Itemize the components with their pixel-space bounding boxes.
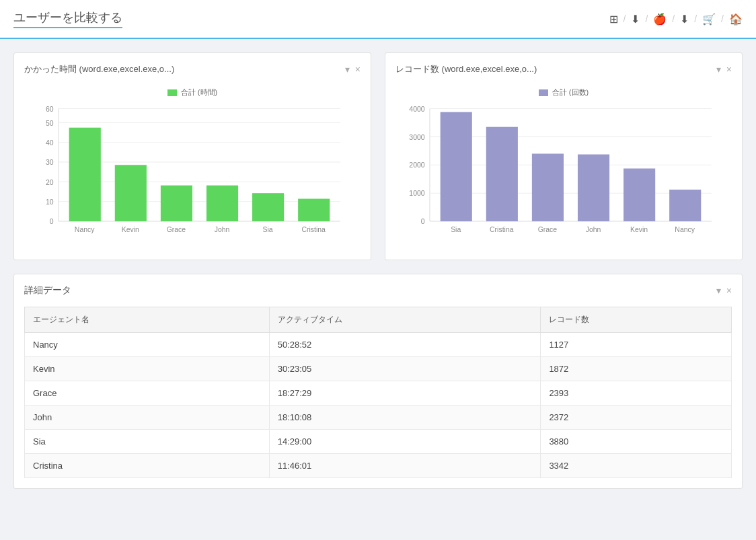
download2-icon[interactable]: ⬇ xyxy=(680,13,689,26)
svg-text:10: 10 xyxy=(46,198,54,206)
table-row: Sia14:29:003880 xyxy=(25,430,732,454)
home-icon[interactable]: 🏠 xyxy=(729,13,743,26)
svg-text:Grace: Grace xyxy=(167,226,186,233)
bar2-sia xyxy=(441,112,472,221)
chart2-legend-label: 合計 (回数) xyxy=(552,87,589,98)
svg-text:John: John xyxy=(586,226,601,233)
cell-records: 1872 xyxy=(541,357,732,381)
chart1-legend-label: 合計 (時間) xyxy=(181,87,217,98)
svg-text:John: John xyxy=(215,226,230,233)
chart1-card: かかった時間 (word.exe,excel.exe,o...) ▾ × 合計 … xyxy=(13,52,371,260)
chart2-legend: 合計 (回数) xyxy=(395,87,732,98)
chart1-legend-box xyxy=(167,89,177,96)
cell-active_time: 14:29:00 xyxy=(269,430,541,454)
header: ユーザーを比較する ⊞ / ⬇ / 🍎 / ⬇ / 🛒 / 🏠 xyxy=(0,0,756,39)
svg-text:Nancy: Nancy xyxy=(675,226,695,233)
cell-records: 3880 xyxy=(541,430,732,454)
bar-john xyxy=(206,186,238,221)
table-row: Grace18:27:292393 xyxy=(25,381,732,406)
cell-active_time: 18:27:29 xyxy=(269,381,541,406)
app-container: ユーザーを比較する ⊞ / ⬇ / 🍎 / ⬇ / 🛒 / 🏠 かかった時間 (… xyxy=(0,0,756,502)
cell-records: 1127 xyxy=(541,333,732,357)
svg-text:30: 30 xyxy=(46,159,54,166)
detail-header: 詳細データ ▾ × xyxy=(24,284,732,297)
col-agent-name: エージェント名 xyxy=(25,307,270,333)
detail-card: 詳細データ ▾ × エージェント名 アクティブタイム レコード数 Nancy50… xyxy=(13,274,743,489)
detail-actions: ▾ × xyxy=(716,285,732,296)
table-row: Nancy50:28:521127 xyxy=(25,333,732,357)
detail-title: 詳細データ xyxy=(24,284,71,297)
windows-icon[interactable]: ⊞ xyxy=(609,13,618,26)
page-title: ユーザーを比較する xyxy=(13,9,122,28)
svg-text:4000: 4000 xyxy=(409,106,424,113)
chart2-actions: ▾ × xyxy=(716,64,732,75)
detail-minimize[interactable]: ▾ xyxy=(716,285,721,296)
header-icons: ⊞ / ⬇ / 🍎 / ⬇ / 🛒 / 🏠 xyxy=(609,13,743,26)
svg-text:0: 0 xyxy=(50,218,54,225)
chart2-container: 0 1000 2000 3000 4000 Sia Cristina xyxy=(395,102,732,249)
svg-text:Grace: Grace xyxy=(538,226,558,233)
detail-close[interactable]: × xyxy=(726,285,732,296)
download-icon[interactable]: ⬇ xyxy=(631,13,640,26)
chart1-actions: ▾ × xyxy=(345,64,361,75)
bar-nancy xyxy=(69,128,101,221)
cell-active_time: 50:28:52 xyxy=(269,333,541,357)
table-row: Cristina11:46:013342 xyxy=(25,454,732,478)
bar2-nancy xyxy=(669,190,701,221)
cell-name: Nancy xyxy=(25,333,270,357)
chart1-legend: 合計 (時間) xyxy=(24,87,361,98)
bar-sia xyxy=(252,193,284,221)
chart2-legend-box xyxy=(539,89,548,96)
cell-name: Grace xyxy=(25,381,270,406)
col-active-time: アクティブタイム xyxy=(269,307,541,333)
chart1-title: かかった時間 (word.exe,excel.exe,o...) xyxy=(24,63,174,75)
svg-text:3000: 3000 xyxy=(409,134,424,141)
chart2-card: レコード数 (word.exe,excel.exe,o...) ▾ × 合計 (… xyxy=(385,52,743,260)
charts-row: かかった時間 (word.exe,excel.exe,o...) ▾ × 合計 … xyxy=(13,52,743,260)
chart1-minimize[interactable]: ▾ xyxy=(345,64,350,75)
chart2-minimize[interactable]: ▾ xyxy=(716,64,721,75)
cell-name: Kevin xyxy=(25,357,270,381)
svg-text:50: 50 xyxy=(46,120,54,127)
svg-text:Cristina: Cristina xyxy=(490,226,514,233)
cell-name: Sia xyxy=(25,430,270,454)
bar2-kevin xyxy=(623,169,655,222)
cell-records: 2393 xyxy=(541,381,732,406)
table-row: Kevin30:23:051872 xyxy=(25,357,732,381)
svg-text:2000: 2000 xyxy=(409,161,424,169)
svg-text:Kevin: Kevin xyxy=(122,226,139,233)
cell-name: Cristina xyxy=(25,454,270,478)
chart2-svg: 0 1000 2000 3000 4000 Sia Cristina xyxy=(395,102,732,249)
cell-active_time: 18:10:08 xyxy=(269,406,541,430)
cell-active_time: 11:46:01 xyxy=(269,454,541,478)
col-records: レコード数 xyxy=(541,307,732,333)
svg-text:40: 40 xyxy=(46,139,54,147)
svg-text:0: 0 xyxy=(421,218,425,225)
bar2-john xyxy=(578,155,609,222)
chart1-header: かかった時間 (word.exe,excel.exe,o...) ▾ × xyxy=(24,63,361,81)
chart2-header: レコード数 (word.exe,excel.exe,o...) ▾ × xyxy=(395,63,732,81)
bar-kevin xyxy=(115,165,147,221)
bar2-grace xyxy=(532,154,564,222)
bar-cristina xyxy=(298,199,330,222)
svg-text:Kevin: Kevin xyxy=(630,226,648,233)
chart1-svg: 0 10 20 30 40 50 60 Nancy xyxy=(24,102,361,249)
bar-grace xyxy=(161,186,192,221)
chart1-close[interactable]: × xyxy=(355,64,361,75)
cell-records: 2372 xyxy=(541,406,732,430)
svg-text:20: 20 xyxy=(46,179,54,186)
cart-icon[interactable]: 🛒 xyxy=(702,13,716,26)
cell-name: John xyxy=(25,406,270,430)
chart2-title: レコード数 (word.exe,excel.exe,o...) xyxy=(395,63,537,75)
cell-records: 3342 xyxy=(541,454,732,478)
svg-text:Sia: Sia xyxy=(263,226,273,233)
chart1-container: 0 10 20 30 40 50 60 Nancy xyxy=(24,102,361,249)
chart2-close[interactable]: × xyxy=(726,64,732,75)
svg-text:60: 60 xyxy=(46,106,54,113)
svg-text:Nancy: Nancy xyxy=(75,226,95,233)
svg-text:1000: 1000 xyxy=(409,190,424,197)
svg-text:Sia: Sia xyxy=(451,226,461,233)
apple-icon[interactable]: 🍎 xyxy=(653,13,667,26)
detail-table: エージェント名 アクティブタイム レコード数 Nancy50:28:521127… xyxy=(24,307,732,478)
svg-text:Cristina: Cristina xyxy=(301,226,326,233)
